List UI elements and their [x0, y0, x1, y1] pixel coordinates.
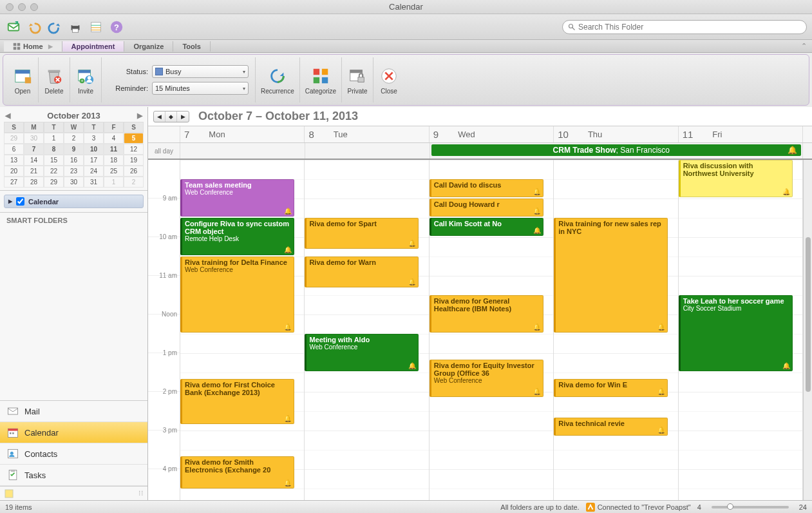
- mini-day[interactable]: 13: [4, 155, 24, 166]
- mini-day[interactable]: 29: [44, 177, 64, 188]
- calendar-folder-header[interactable]: ▶ Calendar: [4, 195, 144, 208]
- notes-icon[interactable]: [4, 489, 14, 499]
- calendar-event[interactable]: Riva training for Delta FinanceWeb Confe…: [180, 256, 294, 333]
- calendar-event[interactable]: Riva demo for Warn🔔: [305, 256, 419, 287]
- daycol-wed[interactable]: Call David to discus🔔Call Doug Howard r🔔…: [430, 160, 554, 500]
- tab-tools[interactable]: Tools: [173, 41, 211, 52]
- categorize-button[interactable]: Categorize: [300, 57, 342, 102]
- mini-day[interactable]: 1: [44, 133, 64, 144]
- mini-day[interactable]: 19: [124, 155, 144, 166]
- mini-day[interactable]: 30: [64, 177, 84, 188]
- prev-range-button[interactable]: ◀: [154, 111, 165, 122]
- calendar-event[interactable]: Riva discussion with Northwest Universit…: [679, 160, 793, 197]
- calendar-event[interactable]: Riva demo for Smith Electronics (Exchang…: [180, 456, 294, 489]
- help-icon[interactable]: ?: [108, 19, 125, 35]
- mini-day[interactable]: 27: [4, 177, 24, 188]
- mini-day[interactable]: 15: [44, 155, 64, 166]
- calendar-event[interactable]: Riva demo for Win E🔔: [554, 379, 668, 397]
- mini-day[interactable]: 3: [84, 133, 104, 144]
- scroll-thumb[interactable]: [806, 237, 811, 392]
- delete-button[interactable]: Delete: [39, 57, 70, 102]
- mini-day[interactable]: 18: [104, 155, 124, 166]
- reminder-combo[interactable]: 15 Minutes▾: [152, 82, 249, 95]
- day-head-tue[interactable]: 8Tue: [305, 126, 429, 142]
- nav-contacts[interactable]: Contacts: [0, 443, 147, 465]
- close-button[interactable]: Close: [373, 57, 404, 102]
- tab-home[interactable]: Home ▶: [4, 41, 62, 52]
- calendar-event[interactable]: Riva demo for Spart🔔: [305, 218, 419, 249]
- daycol-fri[interactable]: Riva discussion with Northwest Universit…: [679, 160, 803, 500]
- day-head-thu[interactable]: 10Thu: [554, 126, 678, 142]
- mini-day[interactable]: 14: [24, 155, 44, 166]
- mini-day[interactable]: 6: [4, 144, 24, 155]
- mini-day[interactable]: 21: [24, 166, 44, 177]
- mini-day[interactable]: 28: [24, 177, 44, 188]
- mini-day[interactable]: 9: [64, 144, 84, 155]
- mini-day[interactable]: 5: [124, 133, 144, 144]
- mini-day[interactable]: 10: [84, 144, 104, 155]
- mini-day[interactable]: 23: [64, 166, 84, 177]
- calendar-event[interactable]: Call David to discus🔔: [430, 179, 543, 197]
- mini-day[interactable]: 12: [124, 144, 144, 155]
- calendar-event[interactable]: Team sales meetingWeb Conference🔔: [180, 179, 294, 217]
- vertical-scrollbar[interactable]: [803, 160, 812, 500]
- calendar-event[interactable]: Call Doug Howard r🔔: [430, 198, 543, 217]
- daycol-thu[interactable]: Riva training for new sales rep in NYC🔔R…: [554, 160, 678, 500]
- tab-organize[interactable]: Organize: [124, 41, 173, 52]
- mini-day[interactable]: 2: [64, 133, 84, 144]
- today-button[interactable]: ◆: [165, 111, 177, 122]
- mini-day[interactable]: 11: [104, 144, 124, 155]
- calendar-event[interactable]: Riva demo for Equity Investor Group (Off…: [430, 360, 543, 397]
- prev-month-button[interactable]: ◀: [5, 111, 10, 120]
- nav-tasks[interactable]: Tasks: [0, 465, 147, 486]
- print-icon[interactable]: [67, 19, 84, 35]
- search-input[interactable]: [578, 23, 801, 32]
- day-head-fri[interactable]: 11Fri: [679, 126, 803, 142]
- mini-day[interactable]: 4: [104, 133, 124, 144]
- nav-calendar[interactable]: Calendar: [0, 422, 147, 443]
- calendar-checkbox[interactable]: [16, 197, 24, 206]
- calendar-event[interactable]: Take Leah to her soccer gameCity Soccer …: [679, 295, 793, 371]
- mini-day[interactable]: 22: [44, 166, 64, 177]
- calendar-event[interactable]: Meeting with AldoWeb Conference🔔: [305, 334, 419, 371]
- mini-day[interactable]: 16: [64, 155, 84, 166]
- calendar-event[interactable]: Riva training for new sales rep in NYC🔔: [554, 218, 668, 333]
- recurrence-button[interactable]: Recurrence: [256, 57, 300, 102]
- mini-day[interactable]: 2: [124, 177, 144, 188]
- mini-day[interactable]: 29: [4, 133, 24, 144]
- mydaytools-icon[interactable]: [88, 19, 104, 35]
- mini-day[interactable]: 7: [24, 144, 44, 155]
- zoom-slider[interactable]: [712, 506, 789, 508]
- day-head-wed[interactable]: 9Wed: [430, 126, 554, 142]
- redo-icon[interactable]: [46, 19, 63, 35]
- allday-event[interactable]: CRM Trade Show; San Francisco 🔔: [431, 144, 801, 156]
- open-button[interactable]: Open: [7, 57, 39, 102]
- undo-icon[interactable]: [26, 19, 42, 35]
- mini-day[interactable]: 26: [124, 166, 144, 177]
- nav-mail[interactable]: Mail: [0, 401, 147, 422]
- mini-day[interactable]: 8: [44, 144, 64, 155]
- next-range-button[interactable]: ▶: [177, 111, 189, 122]
- mini-day[interactable]: 24: [84, 166, 104, 177]
- sidebar-grip-icon[interactable]: ⁝⁝: [138, 489, 144, 498]
- daycol-tue[interactable]: Riva demo for Spart🔔Riva demo for Warn🔔M…: [305, 160, 429, 500]
- mini-day[interactable]: 30: [24, 133, 44, 144]
- search-box[interactable]: [562, 20, 807, 34]
- mini-day[interactable]: 25: [104, 166, 124, 177]
- ribbon-collapse-icon[interactable]: ⌃: [796, 42, 812, 50]
- calendar-event[interactable]: Riva demo for First Choice Bank (Exchang…: [180, 379, 294, 424]
- calendar-event[interactable]: Riva demo for General Healthcare (IBM No…: [430, 295, 543, 333]
- calendar-event[interactable]: Configure Riva to sync custom CRM object…: [180, 218, 294, 255]
- calendar-event[interactable]: Call Kim Scott at No🔔: [430, 218, 543, 236]
- daycol-mon[interactable]: Team sales meetingWeb Conference🔔Configu…: [180, 160, 305, 500]
- zoom-knob[interactable]: [727, 503, 733, 510]
- status-combo[interactable]: Busy▾: [152, 65, 249, 78]
- mini-day[interactable]: 17: [84, 155, 104, 166]
- send-receive-icon[interactable]: [5, 19, 22, 35]
- day-head-mon[interactable]: 7Mon: [180, 126, 305, 142]
- mini-day[interactable]: 20: [4, 166, 24, 177]
- invite-button[interactable]: + Invite: [70, 57, 102, 102]
- private-button[interactable]: Private: [342, 57, 373, 102]
- mini-day[interactable]: 31: [84, 177, 104, 188]
- tab-appointment[interactable]: Appointment: [62, 41, 125, 52]
